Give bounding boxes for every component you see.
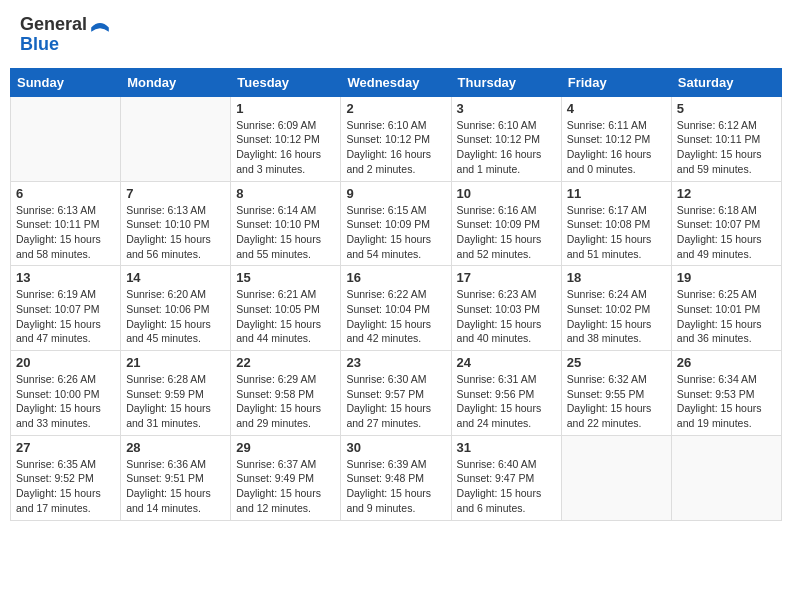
calendar-cell: 12Sunrise: 6:18 AM Sunset: 10:07 PM Dayl… [671, 181, 781, 266]
calendar-header-cell: Monday [121, 68, 231, 96]
calendar-cell: 8Sunrise: 6:14 AM Sunset: 10:10 PM Dayli… [231, 181, 341, 266]
calendar-header-row: SundayMondayTuesdayWednesdayThursdayFrid… [11, 68, 782, 96]
calendar-cell: 16Sunrise: 6:22 AM Sunset: 10:04 PM Dayl… [341, 266, 451, 351]
day-number: 1 [236, 101, 335, 116]
day-number: 16 [346, 270, 445, 285]
day-info: Sunrise: 6:37 AM Sunset: 9:49 PM Dayligh… [236, 457, 335, 516]
day-info: Sunrise: 6:28 AM Sunset: 9:59 PM Dayligh… [126, 372, 225, 431]
day-info: Sunrise: 6:10 AM Sunset: 10:12 PM Daylig… [457, 118, 556, 177]
calendar-cell: 22Sunrise: 6:29 AM Sunset: 9:58 PM Dayli… [231, 351, 341, 436]
day-number: 2 [346, 101, 445, 116]
day-info: Sunrise: 6:16 AM Sunset: 10:09 PM Daylig… [457, 203, 556, 262]
calendar-cell: 30Sunrise: 6:39 AM Sunset: 9:48 PM Dayli… [341, 435, 451, 520]
calendar-cell: 28Sunrise: 6:36 AM Sunset: 9:51 PM Dayli… [121, 435, 231, 520]
calendar-header-cell: Friday [561, 68, 671, 96]
day-info: Sunrise: 6:22 AM Sunset: 10:04 PM Daylig… [346, 287, 445, 346]
day-info: Sunrise: 6:29 AM Sunset: 9:58 PM Dayligh… [236, 372, 335, 431]
day-number: 11 [567, 186, 666, 201]
calendar-header-cell: Saturday [671, 68, 781, 96]
header: General Blue [10, 10, 782, 60]
calendar-week-row: 6Sunrise: 6:13 AM Sunset: 10:11 PM Dayli… [11, 181, 782, 266]
day-number: 18 [567, 270, 666, 285]
day-info: Sunrise: 6:20 AM Sunset: 10:06 PM Daylig… [126, 287, 225, 346]
calendar-cell: 4Sunrise: 6:11 AM Sunset: 10:12 PM Dayli… [561, 96, 671, 181]
day-number: 10 [457, 186, 556, 201]
day-number: 24 [457, 355, 556, 370]
day-info: Sunrise: 6:15 AM Sunset: 10:09 PM Daylig… [346, 203, 445, 262]
day-number: 26 [677, 355, 776, 370]
calendar-cell: 31Sunrise: 6:40 AM Sunset: 9:47 PM Dayli… [451, 435, 561, 520]
day-info: Sunrise: 6:17 AM Sunset: 10:08 PM Daylig… [567, 203, 666, 262]
day-number: 13 [16, 270, 115, 285]
calendar-cell: 17Sunrise: 6:23 AM Sunset: 10:03 PM Dayl… [451, 266, 561, 351]
calendar: SundayMondayTuesdayWednesdayThursdayFrid… [10, 68, 782, 521]
calendar-cell: 5Sunrise: 6:12 AM Sunset: 10:11 PM Dayli… [671, 96, 781, 181]
calendar-week-row: 20Sunrise: 6:26 AM Sunset: 10:00 PM Dayl… [11, 351, 782, 436]
calendar-header-cell: Thursday [451, 68, 561, 96]
day-number: 25 [567, 355, 666, 370]
logo-general: General [20, 15, 87, 35]
day-info: Sunrise: 6:09 AM Sunset: 10:12 PM Daylig… [236, 118, 335, 177]
day-number: 20 [16, 355, 115, 370]
calendar-cell: 24Sunrise: 6:31 AM Sunset: 9:56 PM Dayli… [451, 351, 561, 436]
calendar-cell [671, 435, 781, 520]
calendar-cell [11, 96, 121, 181]
day-number: 5 [677, 101, 776, 116]
calendar-cell: 10Sunrise: 6:16 AM Sunset: 10:09 PM Dayl… [451, 181, 561, 266]
day-info: Sunrise: 6:21 AM Sunset: 10:05 PM Daylig… [236, 287, 335, 346]
calendar-header-cell: Tuesday [231, 68, 341, 96]
calendar-cell: 25Sunrise: 6:32 AM Sunset: 9:55 PM Dayli… [561, 351, 671, 436]
calendar-cell [561, 435, 671, 520]
calendar-cell: 19Sunrise: 6:25 AM Sunset: 10:01 PM Dayl… [671, 266, 781, 351]
calendar-cell: 9Sunrise: 6:15 AM Sunset: 10:09 PM Dayli… [341, 181, 451, 266]
day-info: Sunrise: 6:11 AM Sunset: 10:12 PM Daylig… [567, 118, 666, 177]
calendar-cell: 7Sunrise: 6:13 AM Sunset: 10:10 PM Dayli… [121, 181, 231, 266]
day-info: Sunrise: 6:13 AM Sunset: 10:10 PM Daylig… [126, 203, 225, 262]
calendar-cell: 18Sunrise: 6:24 AM Sunset: 10:02 PM Dayl… [561, 266, 671, 351]
calendar-week-row: 27Sunrise: 6:35 AM Sunset: 9:52 PM Dayli… [11, 435, 782, 520]
calendar-week-row: 13Sunrise: 6:19 AM Sunset: 10:07 PM Dayl… [11, 266, 782, 351]
calendar-cell: 15Sunrise: 6:21 AM Sunset: 10:05 PM Dayl… [231, 266, 341, 351]
calendar-cell [121, 96, 231, 181]
logo-blue: Blue [20, 35, 111, 55]
calendar-cell: 27Sunrise: 6:35 AM Sunset: 9:52 PM Dayli… [11, 435, 121, 520]
day-number: 17 [457, 270, 556, 285]
logo-icon [89, 17, 111, 35]
day-number: 3 [457, 101, 556, 116]
calendar-week-row: 1Sunrise: 6:09 AM Sunset: 10:12 PM Dayli… [11, 96, 782, 181]
day-info: Sunrise: 6:19 AM Sunset: 10:07 PM Daylig… [16, 287, 115, 346]
calendar-cell: 2Sunrise: 6:10 AM Sunset: 10:12 PM Dayli… [341, 96, 451, 181]
calendar-cell: 11Sunrise: 6:17 AM Sunset: 10:08 PM Dayl… [561, 181, 671, 266]
day-info: Sunrise: 6:34 AM Sunset: 9:53 PM Dayligh… [677, 372, 776, 431]
day-info: Sunrise: 6:25 AM Sunset: 10:01 PM Daylig… [677, 287, 776, 346]
day-number: 21 [126, 355, 225, 370]
calendar-header-cell: Wednesday [341, 68, 451, 96]
day-info: Sunrise: 6:35 AM Sunset: 9:52 PM Dayligh… [16, 457, 115, 516]
day-info: Sunrise: 6:24 AM Sunset: 10:02 PM Daylig… [567, 287, 666, 346]
day-info: Sunrise: 6:31 AM Sunset: 9:56 PM Dayligh… [457, 372, 556, 431]
logo: General Blue [20, 15, 111, 55]
day-number: 30 [346, 440, 445, 455]
day-info: Sunrise: 6:32 AM Sunset: 9:55 PM Dayligh… [567, 372, 666, 431]
day-number: 4 [567, 101, 666, 116]
day-number: 15 [236, 270, 335, 285]
calendar-cell: 14Sunrise: 6:20 AM Sunset: 10:06 PM Dayl… [121, 266, 231, 351]
calendar-cell: 20Sunrise: 6:26 AM Sunset: 10:00 PM Dayl… [11, 351, 121, 436]
calendar-cell: 13Sunrise: 6:19 AM Sunset: 10:07 PM Dayl… [11, 266, 121, 351]
day-number: 14 [126, 270, 225, 285]
day-number: 8 [236, 186, 335, 201]
day-number: 23 [346, 355, 445, 370]
day-info: Sunrise: 6:36 AM Sunset: 9:51 PM Dayligh… [126, 457, 225, 516]
day-number: 7 [126, 186, 225, 201]
day-info: Sunrise: 6:10 AM Sunset: 10:12 PM Daylig… [346, 118, 445, 177]
day-info: Sunrise: 6:13 AM Sunset: 10:11 PM Daylig… [16, 203, 115, 262]
day-number: 31 [457, 440, 556, 455]
day-number: 27 [16, 440, 115, 455]
day-info: Sunrise: 6:26 AM Sunset: 10:00 PM Daylig… [16, 372, 115, 431]
calendar-cell: 26Sunrise: 6:34 AM Sunset: 9:53 PM Dayli… [671, 351, 781, 436]
calendar-cell: 1Sunrise: 6:09 AM Sunset: 10:12 PM Dayli… [231, 96, 341, 181]
day-number: 9 [346, 186, 445, 201]
day-number: 19 [677, 270, 776, 285]
day-number: 28 [126, 440, 225, 455]
day-info: Sunrise: 6:39 AM Sunset: 9:48 PM Dayligh… [346, 457, 445, 516]
